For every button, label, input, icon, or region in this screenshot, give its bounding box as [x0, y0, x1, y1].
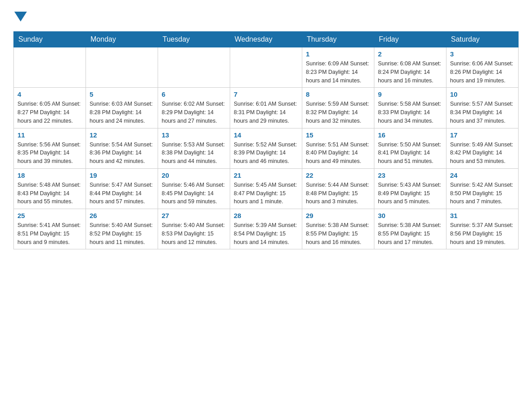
day-number: 18 [17, 171, 82, 179]
calendar-cell: 20Sunrise: 5:46 AM Sunset: 8:45 PM Dayli… [158, 168, 230, 209]
day-info: Sunrise: 5:57 AM Sunset: 8:34 PM Dayligh… [450, 100, 515, 125]
day-number: 22 [306, 171, 370, 179]
calendar-cell: 12Sunrise: 5:54 AM Sunset: 8:36 PM Dayli… [86, 128, 158, 168]
day-info: Sunrise: 5:54 AM Sunset: 8:36 PM Dayligh… [90, 141, 154, 166]
calendar-cell [230, 47, 302, 88]
calendar-cell: 7Sunrise: 6:01 AM Sunset: 8:31 PM Daylig… [230, 88, 302, 128]
weekday-header-monday: Monday [86, 32, 158, 47]
day-info: Sunrise: 5:53 AM Sunset: 8:38 PM Dayligh… [162, 141, 226, 166]
day-number: 2 [378, 50, 442, 58]
day-number: 30 [378, 212, 442, 219]
day-info: Sunrise: 6:06 AM Sunset: 8:26 PM Dayligh… [450, 60, 515, 85]
day-number: 11 [17, 131, 82, 139]
day-info: Sunrise: 6:09 AM Sunset: 8:23 PM Dayligh… [306, 60, 370, 85]
day-info: Sunrise: 5:43 AM Sunset: 8:49 PM Dayligh… [378, 181, 442, 206]
day-number: 10 [450, 90, 515, 98]
day-number: 16 [378, 131, 442, 139]
calendar-cell: 27Sunrise: 5:40 AM Sunset: 8:53 PM Dayli… [158, 209, 230, 249]
day-info: Sunrise: 5:41 AM Sunset: 8:51 PM Dayligh… [17, 221, 82, 246]
weekday-header-thursday: Thursday [302, 32, 374, 47]
day-info: Sunrise: 6:01 AM Sunset: 8:31 PM Dayligh… [234, 100, 298, 125]
calendar-cell: 4Sunrise: 6:05 AM Sunset: 8:27 PM Daylig… [14, 88, 86, 128]
calendar-cell: 24Sunrise: 5:42 AM Sunset: 8:50 PM Dayli… [446, 168, 519, 209]
day-number: 26 [90, 212, 154, 219]
day-info: Sunrise: 5:42 AM Sunset: 8:50 PM Dayligh… [450, 181, 515, 206]
day-number: 19 [90, 171, 154, 179]
day-info: Sunrise: 6:02 AM Sunset: 8:29 PM Dayligh… [162, 100, 226, 125]
day-info: Sunrise: 5:45 AM Sunset: 8:47 PM Dayligh… [234, 181, 298, 206]
weekday-header-wednesday: Wednesday [230, 32, 302, 47]
day-number: 29 [306, 212, 370, 219]
day-number: 15 [306, 131, 370, 139]
calendar-week-row: 18Sunrise: 5:48 AM Sunset: 8:43 PM Dayli… [14, 168, 519, 209]
calendar-cell [14, 47, 86, 88]
calendar-cell: 2Sunrise: 6:08 AM Sunset: 8:24 PM Daylig… [374, 47, 446, 88]
day-info: Sunrise: 5:56 AM Sunset: 8:35 PM Dayligh… [17, 141, 82, 166]
calendar-cell: 5Sunrise: 6:03 AM Sunset: 8:28 PM Daylig… [86, 88, 158, 128]
calendar-cell [86, 47, 158, 88]
day-info: Sunrise: 5:50 AM Sunset: 8:41 PM Dayligh… [378, 141, 442, 166]
day-number: 17 [450, 131, 515, 139]
logo-triangle-icon [14, 12, 27, 21]
day-number: 23 [378, 171, 442, 179]
day-number: 14 [234, 131, 298, 139]
day-number: 28 [234, 212, 298, 219]
calendar-cell: 1Sunrise: 6:09 AM Sunset: 8:23 PM Daylig… [302, 47, 374, 88]
calendar-cell: 28Sunrise: 5:39 AM Sunset: 8:54 PM Dayli… [230, 209, 302, 249]
calendar-cell: 21Sunrise: 5:45 AM Sunset: 8:47 PM Dayli… [230, 168, 302, 209]
weekday-header-friday: Friday [374, 32, 446, 47]
day-info: Sunrise: 5:52 AM Sunset: 8:39 PM Dayligh… [234, 141, 298, 166]
day-info: Sunrise: 6:08 AM Sunset: 8:24 PM Dayligh… [378, 60, 442, 85]
calendar-week-row: 11Sunrise: 5:56 AM Sunset: 8:35 PM Dayli… [14, 128, 519, 168]
day-info: Sunrise: 5:37 AM Sunset: 8:56 PM Dayligh… [450, 221, 515, 246]
day-info: Sunrise: 5:44 AM Sunset: 8:48 PM Dayligh… [306, 181, 370, 206]
calendar-week-row: 1Sunrise: 6:09 AM Sunset: 8:23 PM Daylig… [14, 47, 519, 88]
calendar-cell: 3Sunrise: 6:06 AM Sunset: 8:26 PM Daylig… [446, 47, 519, 88]
calendar-cell: 19Sunrise: 5:47 AM Sunset: 8:44 PM Dayli… [86, 168, 158, 209]
calendar-cell: 10Sunrise: 5:57 AM Sunset: 8:34 PM Dayli… [446, 88, 519, 128]
calendar-cell: 8Sunrise: 5:59 AM Sunset: 8:32 PM Daylig… [302, 88, 374, 128]
day-number: 8 [306, 90, 370, 98]
calendar-cell: 11Sunrise: 5:56 AM Sunset: 8:35 PM Dayli… [14, 128, 86, 168]
day-info: Sunrise: 6:03 AM Sunset: 8:28 PM Dayligh… [90, 100, 154, 125]
logo [13, 9, 27, 22]
calendar-cell: 13Sunrise: 5:53 AM Sunset: 8:38 PM Dayli… [158, 128, 230, 168]
day-number: 25 [17, 212, 82, 219]
day-number: 9 [378, 90, 442, 98]
day-number: 27 [162, 212, 226, 219]
weekday-header-tuesday: Tuesday [158, 32, 230, 47]
day-number: 1 [306, 50, 370, 58]
calendar-header-row: SundayMondayTuesdayWednesdayThursdayFrid… [14, 32, 519, 47]
day-info: Sunrise: 5:40 AM Sunset: 8:52 PM Dayligh… [90, 221, 154, 246]
day-info: Sunrise: 5:39 AM Sunset: 8:54 PM Dayligh… [234, 221, 298, 246]
calendar-cell: 22Sunrise: 5:44 AM Sunset: 8:48 PM Dayli… [302, 168, 374, 209]
day-info: Sunrise: 5:38 AM Sunset: 8:55 PM Dayligh… [306, 221, 370, 246]
day-info: Sunrise: 5:49 AM Sunset: 8:42 PM Dayligh… [450, 141, 515, 166]
calendar-cell: 15Sunrise: 5:51 AM Sunset: 8:40 PM Dayli… [302, 128, 374, 168]
day-number: 20 [162, 171, 226, 179]
day-info: Sunrise: 5:59 AM Sunset: 8:32 PM Dayligh… [306, 100, 370, 125]
calendar-cell: 6Sunrise: 6:02 AM Sunset: 8:29 PM Daylig… [158, 88, 230, 128]
day-number: 24 [450, 171, 515, 179]
calendar-cell: 17Sunrise: 5:49 AM Sunset: 8:42 PM Dayli… [446, 128, 519, 168]
day-info: Sunrise: 5:40 AM Sunset: 8:53 PM Dayligh… [162, 221, 226, 246]
weekday-header-saturday: Saturday [446, 32, 519, 47]
day-number: 21 [234, 171, 298, 179]
day-info: Sunrise: 5:58 AM Sunset: 8:33 PM Dayligh… [378, 100, 442, 125]
day-info: Sunrise: 6:05 AM Sunset: 8:27 PM Dayligh… [17, 100, 82, 125]
calendar-cell: 9Sunrise: 5:58 AM Sunset: 8:33 PM Daylig… [374, 88, 446, 128]
calendar-table: SundayMondayTuesdayWednesdayThursdayFrid… [13, 31, 519, 249]
calendar-week-row: 25Sunrise: 5:41 AM Sunset: 8:51 PM Dayli… [14, 209, 519, 249]
day-info: Sunrise: 5:38 AM Sunset: 8:55 PM Dayligh… [378, 221, 442, 246]
day-info: Sunrise: 5:51 AM Sunset: 8:40 PM Dayligh… [306, 141, 370, 166]
day-info: Sunrise: 5:47 AM Sunset: 8:44 PM Dayligh… [90, 181, 154, 206]
day-number: 4 [17, 90, 82, 98]
calendar-cell: 26Sunrise: 5:40 AM Sunset: 8:52 PM Dayli… [86, 209, 158, 249]
day-info: Sunrise: 5:48 AM Sunset: 8:43 PM Dayligh… [17, 181, 82, 206]
day-number: 6 [162, 90, 226, 98]
calendar-cell: 30Sunrise: 5:38 AM Sunset: 8:55 PM Dayli… [374, 209, 446, 249]
day-number: 5 [90, 90, 154, 98]
day-number: 7 [234, 90, 298, 98]
day-number: 13 [162, 131, 226, 139]
calendar-cell: 25Sunrise: 5:41 AM Sunset: 8:51 PM Dayli… [14, 209, 86, 249]
